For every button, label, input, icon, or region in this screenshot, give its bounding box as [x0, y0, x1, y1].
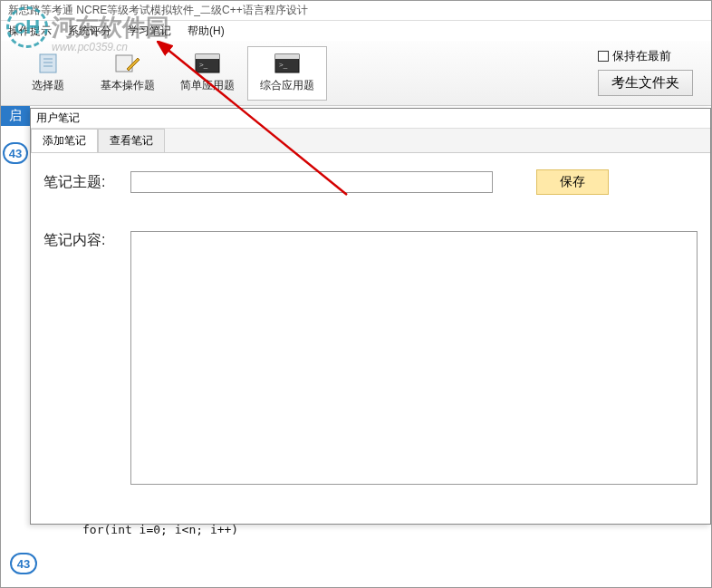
svg-text:>_: >_	[199, 61, 208, 69]
menu-bar: 操作提示 系统评分 学习笔记 帮助(H)	[1, 21, 711, 41]
toolbar-simple-app[interactable]: >_ 简单应用题	[168, 46, 247, 101]
menu-system-score[interactable]: 系统评分	[68, 24, 111, 39]
note-subject-input[interactable]	[130, 171, 493, 193]
terminal-icon: >_	[193, 53, 222, 74]
save-button[interactable]: 保存	[536, 169, 609, 195]
menu-help[interactable]: 帮助(H)	[188, 24, 225, 39]
bottom-question-nav: 43	[10, 553, 37, 574]
note-subject-label: 笔记主题:	[43, 173, 123, 192]
svg-rect-10	[275, 54, 299, 59]
checkbox-icon	[598, 51, 609, 62]
toolbar-choice-label: 选择题	[32, 78, 64, 93]
tab-add-note[interactable]: 添加笔记	[31, 129, 98, 152]
question-43-nav[interactable]: 43	[3, 142, 28, 164]
toolbar-basic-label: 基本操作题	[101, 78, 155, 93]
toolbar-choice-question[interactable]: 选择题	[8, 46, 88, 101]
toolbar-basic-operation[interactable]: 基本操作题	[88, 46, 168, 101]
note-content-textarea[interactable]	[130, 231, 698, 485]
toolbar-simple-label: 简单应用题	[180, 78, 235, 93]
toolbar-right-controls: 保持在最前 考生文件夹	[598, 48, 693, 96]
notes-window-title: 用户笔记	[31, 109, 710, 129]
user-notes-window: 用户笔记 添加笔记 查看笔记 笔记主题: 保存 笔记内容:	[30, 108, 711, 525]
code-snippet: for(int i=0; i<n; i++)	[82, 523, 238, 536]
svg-rect-7	[196, 54, 219, 59]
question-43-bottom[interactable]: 43	[10, 553, 37, 574]
window-title: 新思路等考通 NCRE等级考试模拟软件_二级C++语言程序设计	[1, 1, 711, 21]
qi-tag: 启	[1, 106, 30, 126]
toolbar-complex-app[interactable]: >_ 综合应用题	[247, 46, 327, 101]
keep-on-top-label: 保持在最前	[612, 48, 671, 64]
student-folder-button[interactable]: 考生文件夹	[598, 70, 693, 96]
pencil-doc-icon	[113, 53, 142, 74]
notes-tabs: 添加笔记 查看笔记	[31, 129, 710, 153]
svg-rect-1	[40, 54, 56, 72]
left-question-strip: 启 43	[1, 106, 30, 180]
document-icon	[34, 53, 63, 74]
toolbar: 选择题 基本操作题 >_ 简单应用题 >_ 综合应用题 保持在最前 考生文件夹	[1, 41, 711, 106]
tab-view-note[interactable]: 查看笔记	[98, 129, 165, 152]
notes-body: 笔记主题: 保存 笔记内容:	[31, 153, 710, 501]
menu-study-notes[interactable]: 学习笔记	[128, 24, 171, 39]
menu-operation-tips[interactable]: 操作提示	[8, 24, 52, 39]
toolbar-complex-label: 综合应用题	[260, 78, 314, 93]
note-content-label: 笔记内容:	[43, 231, 123, 250]
svg-text:>_: >_	[279, 61, 288, 69]
terminal-icon: >_	[273, 53, 302, 74]
keep-on-top-checkbox[interactable]: 保持在最前	[598, 48, 693, 64]
